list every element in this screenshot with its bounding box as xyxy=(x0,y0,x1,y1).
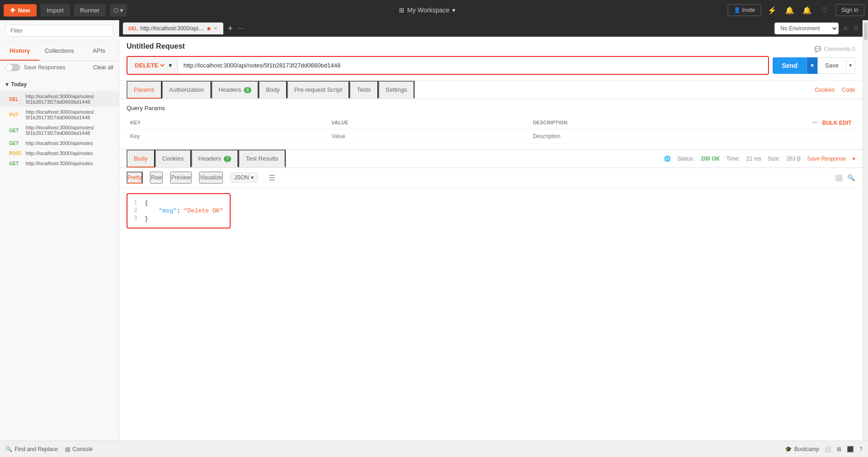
runner-button[interactable]: Runner xyxy=(74,4,106,17)
clear-all-button[interactable]: Clear all xyxy=(93,64,113,71)
comment-icon: 💬 xyxy=(814,46,821,52)
method-badge-get: GET xyxy=(9,161,23,166)
find-replace-button[interactable]: 🔍 Find and Replace xyxy=(6,446,58,452)
key-input[interactable] xyxy=(130,133,324,139)
filter-input[interactable] xyxy=(6,25,113,37)
tab-collections[interactable]: Collections xyxy=(39,42,79,61)
cookies-link[interactable]: Cookies xyxy=(815,87,835,93)
send-dropdown-button[interactable]: ▾ xyxy=(807,57,818,74)
scrollbar[interactable] xyxy=(862,20,868,440)
tab-pre-request-script[interactable]: Pre-request Script xyxy=(287,81,350,99)
gear-icon-btn[interactable]: ⚙ xyxy=(853,24,859,33)
more-icon[interactable]: ··· xyxy=(812,119,817,126)
import-button[interactable]: Import xyxy=(40,4,70,17)
json-viewer: 1 { 2 "msg": "Delete OK" 3 } xyxy=(119,188,862,440)
response-tab-cookies[interactable]: Cookies xyxy=(155,150,191,167)
tab-params[interactable]: Params xyxy=(127,81,162,99)
body-tab-visualize[interactable]: Visualize xyxy=(199,172,223,184)
size-value: 263 B xyxy=(786,156,801,162)
tab-history[interactable]: History xyxy=(0,42,39,61)
params-table: KEY VALUE DESCRIPTION ··· Bulk Edit xyxy=(127,116,855,144)
environment-select[interactable]: No Environment xyxy=(774,22,839,34)
main-layout: History Collections APIs Save Responses … xyxy=(0,20,868,440)
body-action-icons: ⬜ 🔍 xyxy=(835,174,855,181)
query-params-section: Query Params KEY VALUE DESCRIPTION ··· B… xyxy=(119,99,862,149)
tab-settings[interactable]: Settings xyxy=(378,81,415,99)
tab-more-icon[interactable]: ··· xyxy=(238,24,243,33)
extra-button[interactable]: ⬡ ▾ xyxy=(110,4,127,17)
grid-icon-btn[interactable]: ⊞ xyxy=(837,446,841,452)
sidebar-search-container xyxy=(0,20,119,42)
list-item[interactable]: GET http://localhost:3000/api/notes/ 5f1… xyxy=(0,123,119,138)
notifications-icon-btn[interactable]: 🔔 xyxy=(801,4,813,17)
find-replace-icon: 🔍 xyxy=(6,446,12,452)
save-dropdown-button[interactable]: ▾ xyxy=(846,57,855,74)
copy-icon-btn[interactable]: ⬜ xyxy=(835,174,843,181)
body-tab-pretty[interactable]: Pretty xyxy=(127,172,143,184)
description-header: DESCRIPTION xyxy=(529,116,730,129)
add-tab-button[interactable]: + xyxy=(224,24,237,33)
tab-close-icon[interactable]: ✕ xyxy=(213,25,218,32)
bootcamp-icon: 🎓 xyxy=(785,446,792,452)
code-link[interactable]: Code xyxy=(842,87,855,93)
tab-url-label: http://localhost:3000/api/notes... xyxy=(140,25,205,32)
request-panel: DEL http://localhost:3000/api/notes... ✕… xyxy=(119,20,862,440)
save-response-button[interactable]: Save Response xyxy=(807,156,846,162)
sync-icon-btn[interactable]: 🔔 xyxy=(783,4,796,17)
description-input[interactable] xyxy=(533,133,727,139)
invite-button[interactable]: 👤 Invite xyxy=(728,4,761,16)
response-status: 🌐 Status: 200 OK Time: 21 ms Size: 263 B… xyxy=(664,156,855,162)
value-input[interactable] xyxy=(332,133,525,139)
search-icon-btn[interactable]: ⚡ xyxy=(766,4,779,17)
list-item[interactable]: PUT http://localhost:3000/api/notes/ 5f1… xyxy=(0,107,119,123)
topbar: ✚ New Import Runner ⬡ ▾ ⊞ My Workspace ▾… xyxy=(0,0,868,20)
save-response-caret[interactable]: ▾ xyxy=(852,156,855,162)
response-tab-headers[interactable]: Headers 7 xyxy=(191,150,238,167)
save-responses-toggle[interactable] xyxy=(6,64,20,71)
workspace-button[interactable]: ⊞ My Workspace ▾ xyxy=(399,6,455,14)
new-button[interactable]: ✚ New xyxy=(4,4,37,17)
settings-icon-btn[interactable]: ♡ xyxy=(818,4,831,17)
chevron-down-icon: ▾ xyxy=(452,6,455,14)
layout-icon-btn[interactable]: ⬜ xyxy=(824,446,831,452)
send-button[interactable]: Send xyxy=(773,57,807,74)
save-responses-label: Save Responses xyxy=(24,64,66,71)
url-bar-row: DELETE GET POST PUT PATCH ▾ Send ▾ Save xyxy=(127,56,855,75)
search-response-icon-btn[interactable]: 🔍 xyxy=(847,174,855,181)
bulk-edit-button[interactable]: Bulk Edit xyxy=(822,120,851,126)
url-input[interactable] xyxy=(178,57,768,73)
today-section-header[interactable]: ▾ Today xyxy=(0,78,119,91)
sidebar-content: ▾ Today DEL http://localhost:3000/api/no… xyxy=(0,74,119,440)
expand-icon-btn[interactable]: ⬛ xyxy=(847,446,854,452)
response-tab-test-results[interactable]: Test Results xyxy=(238,150,286,167)
list-item[interactable]: POST http://localhost:3000/api/notes xyxy=(0,148,119,158)
tab-apis[interactable]: APIs xyxy=(79,42,119,61)
list-item[interactable]: DEL http://localhost:3000/api/notes/ 5f1… xyxy=(0,91,119,107)
wrap-icon-btn[interactable]: ☰ xyxy=(269,173,275,182)
sign-in-button[interactable]: Sign In xyxy=(835,4,864,16)
help-icon-btn[interactable]: ? xyxy=(859,446,862,452)
save-button[interactable]: Save xyxy=(818,57,846,74)
format-select[interactable]: JSON ▾ xyxy=(230,173,258,183)
eye-icon-btn[interactable]: 👁 xyxy=(842,25,849,33)
console-button[interactable]: ▤ Console xyxy=(65,446,93,452)
tab-authorization[interactable]: Authorization xyxy=(162,81,211,99)
method-badge-get: GET xyxy=(9,141,23,146)
json-line-2: 2 "msg": "Delete OK" xyxy=(134,207,223,214)
json-line-1: 1 { xyxy=(134,200,223,206)
comments-label: Comments 0 xyxy=(824,46,855,52)
list-item[interactable]: GET http://localhost:3000/api/notes xyxy=(0,138,119,148)
save-responses-row: Save Responses Clear all xyxy=(0,61,119,74)
body-tab-preview[interactable]: Preview xyxy=(170,172,192,184)
tab-headers[interactable]: Headers 6 xyxy=(211,81,259,99)
method-dropdown[interactable]: DELETE GET POST PUT PATCH xyxy=(133,61,166,69)
request-tab-active[interactable]: DEL http://localhost:3000/api/notes... ✕ xyxy=(123,22,223,34)
method-select[interactable]: DELETE GET POST PUT PATCH ▾ xyxy=(127,57,178,74)
tab-body[interactable]: Body xyxy=(259,81,287,99)
body-tab-raw[interactable]: Raw xyxy=(150,172,163,184)
tab-tests[interactable]: Tests xyxy=(349,81,378,99)
method-badge-put: PUT xyxy=(9,112,23,117)
bootcamp-button[interactable]: 🎓 Bootcamp xyxy=(785,446,819,452)
list-item[interactable]: GET http://localhost:3000/api/notes xyxy=(0,158,119,168)
response-tab-body[interactable]: Body xyxy=(127,150,155,167)
